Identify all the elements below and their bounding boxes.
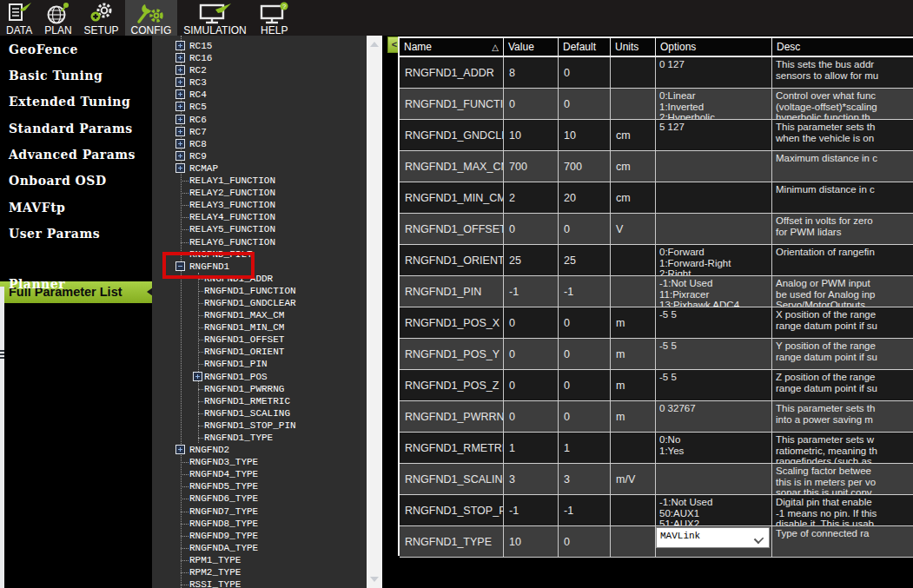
param-value-cell[interactable]: 2 (504, 182, 559, 213)
tree-item[interactable]: RNGFND1_ORIENT (152, 346, 367, 358)
tree-item[interactable]: RNGFND1_PWRRNG (152, 383, 367, 395)
tree-scrollbar[interactable] (367, 36, 382, 588)
tree-item[interactable]: RC15 (152, 40, 367, 52)
tree-item[interactable]: RC7 (152, 126, 367, 138)
tree-item[interactable]: RCMAP (152, 162, 367, 175)
tab-data[interactable]: DATA (0, 0, 38, 37)
tree-expander-icon[interactable] (175, 445, 185, 454)
param-value-cell[interactable]: 25 (504, 245, 559, 275)
tree-item[interactable]: RC16 (152, 52, 367, 64)
param-row[interactable]: RNGFND1_MIN_CM 2 20 cm Minimum distance … (400, 182, 913, 214)
param-row[interactable]: RNGFND1_PIN -1 -1 -1:Not Used 11:Pixrace… (400, 276, 913, 307)
param-row[interactable]: RNGFND1_SCALING 3 3 m/V Scaling factor b… (400, 464, 913, 495)
tree-item[interactable]: RPM2_TYPE (152, 566, 367, 578)
scroll-down-arrow-icon[interactable] (370, 577, 379, 582)
tree-item[interactable]: RNGFND2 (152, 444, 367, 456)
param-value-cell[interactable]: 1 (504, 433, 559, 463)
tree-item[interactable]: RELAY4_FUNCTION (152, 211, 367, 223)
tree-item[interactable]: RNGFNDA_TYPE (152, 542, 367, 554)
sidebar-item-onboard-osd[interactable]: Onboard OSD (9, 171, 107, 190)
tree-item[interactable]: RNGFND1_PIN (152, 358, 367, 370)
tree-item[interactable]: RNGFND1_OFFSET (152, 334, 367, 346)
tree-expander-icon[interactable] (175, 65, 185, 75)
param-value-cell[interactable]: 3 (504, 464, 559, 494)
tree-expander-icon[interactable] (175, 151, 185, 161)
tree-expander-icon[interactable] (193, 372, 202, 381)
param-row[interactable]: RNGFND1_OFFSET 0 0 V Offset in volts for… (400, 214, 913, 245)
tree-item[interactable]: RELAY2_FUNCTION (152, 187, 367, 199)
tree-item[interactable]: RC9 (152, 150, 367, 162)
param-row[interactable]: RNGFND1_MAX_CM 700 700 cm Maximum distan… (400, 151, 913, 182)
tree-expander-icon[interactable] (175, 139, 185, 149)
tree-item[interactable]: RNGFND3_TYPE (152, 456, 367, 468)
tree-item[interactable]: RC2 (152, 64, 367, 76)
tree-expander-icon[interactable] (175, 163, 185, 173)
param-value-cell[interactable]: 10 (504, 120, 559, 150)
param-value-cell[interactable]: 0 (504, 401, 559, 432)
tree-item[interactable]: RC5 (152, 101, 367, 113)
param-value-cell[interactable]: -1 (504, 495, 559, 525)
column-header-name[interactable]: Name △ (400, 38, 504, 56)
tree-expander-icon[interactable] (175, 127, 185, 136)
tree-item[interactable]: RC6 (152, 114, 367, 126)
sidebar-item-standard-params[interactable]: Standard Params (9, 119, 133, 138)
sidebar-item-mavftp[interactable]: MAVFtp (9, 198, 65, 217)
sidebar-item-user-params[interactable]: User Params (9, 224, 100, 243)
param-row[interactable]: RNGFND1_ORIENT 25 25 0:Forward 1:Forward… (400, 245, 913, 276)
tree-expander-icon[interactable] (175, 77, 185, 87)
tree-item[interactable]: RELAY3_FUNCTION (152, 199, 367, 211)
param-row[interactable]: RNGFND1_ADDR 8 0 0 127 This sets the bus… (400, 57, 913, 89)
tree-item[interactable]: RNGFND1_MIN_CM (152, 321, 367, 334)
sidebar-item-extended-tuning[interactable]: Extended Tuning (9, 92, 130, 111)
tree-item[interactable]: RNGFND7_TYPE (152, 505, 367, 518)
rngfnd1-type-dropdown[interactable]: MAVLink (656, 527, 770, 548)
param-value-cell[interactable]: 0 (504, 339, 559, 369)
tree-expander-icon[interactable] (175, 89, 185, 99)
column-header-desc[interactable]: Desc (772, 38, 913, 56)
tab-simulation[interactable]: SIMULATION (177, 0, 252, 37)
tree-expander-icon[interactable] (175, 115, 185, 124)
param-row[interactable]: RNGFND1_STOP_PIN -1 -1 -1:Not Used 50:AU… (400, 495, 913, 526)
tree-item[interactable]: RNGFND1_GNDCLEAR (152, 297, 367, 309)
tree-item[interactable]: RNGFND1_FUNCTION (152, 285, 367, 297)
column-header-value[interactable]: Value (504, 38, 559, 56)
tree-expander-icon[interactable] (175, 102, 185, 111)
tree-expander-icon[interactable] (175, 41, 185, 50)
param-value-cell[interactable]: -1 (504, 276, 559, 307)
sidebar-item-basic-tuning[interactable]: Basic Tuning (9, 66, 103, 85)
tree-item[interactable]: RNGFND1_TYPE (152, 432, 367, 444)
tree-item[interactable]: RC4 (152, 89, 367, 101)
param-value-cell[interactable]: 8 (504, 57, 559, 88)
sidebar-item-geofence[interactable]: GeoFence (9, 40, 78, 59)
param-row[interactable]: RNGFND1_FUNCTION 0 0 0:Linear 1:Inverted… (400, 89, 913, 120)
param-row[interactable]: RNGFND1_POS_Z 0 0 m -5 5 Z position of t… (400, 370, 913, 401)
tree-item[interactable]: RNGFND9_TYPE (152, 530, 367, 542)
tree-item[interactable]: RNGFND6_TYPE (152, 492, 367, 505)
tree-item[interactable]: RNGFND4_TYPE (152, 468, 367, 480)
tree-item[interactable]: RNGFND8_TYPE (152, 518, 367, 530)
tree-item[interactable]: RPM1_TYPE (152, 554, 367, 566)
tab-plan[interactable]: PLAN (38, 0, 77, 37)
param-value-cell[interactable]: 0 (504, 214, 559, 244)
scroll-up-arrow-icon[interactable] (370, 42, 379, 47)
tab-setup[interactable]: SETUP (78, 0, 125, 37)
sidebar-item-planner[interactable]: Planner (9, 274, 65, 294)
tree-expander-icon[interactable] (175, 53, 185, 63)
sidebar-item-advanced-params[interactable]: Advanced Params (9, 145, 136, 164)
tree-item[interactable]: RNGFND1_MAX_CM (152, 309, 367, 321)
tree-item[interactable]: RNGFND1_SCALING (152, 407, 367, 420)
param-value-cell[interactable]: 0 (504, 307, 559, 338)
param-value-cell[interactable]: 0 (504, 89, 559, 119)
tree-item[interactable]: RNGFND1_RMETRIC (152, 395, 367, 407)
tree-item[interactable]: RNGFND1_STOP_PIN (152, 420, 367, 432)
param-value-cell[interactable]: 0 (504, 370, 559, 400)
param-row[interactable]: RNGFND1_POS_Y 0 0 m -5 5 Y position of t… (400, 339, 913, 370)
tree-item[interactable]: RNGFND5_TYPE (152, 480, 367, 492)
tree-item[interactable]: RELAY5_FUNCTION (152, 223, 367, 235)
param-row[interactable]: RNGFND1_POS_X 0 0 m -5 5 X position of t… (400, 307, 913, 339)
param-value-cell[interactable]: 10 (504, 526, 559, 557)
param-row[interactable]: RNGFND1_PWRRNG 0 0 m 0 32767 This parame… (400, 401, 913, 433)
column-header-default[interactable]: Default (559, 38, 611, 56)
tree-item[interactable]: RELAY1_FUNCTION (152, 175, 367, 187)
column-header-options[interactable]: Options (656, 38, 772, 56)
